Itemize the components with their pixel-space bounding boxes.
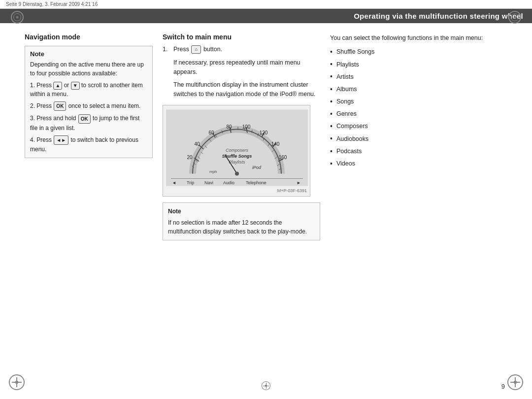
list-item-playlists: Playlists: [330, 58, 512, 70]
note-intro: Depending on the active menu there are u…: [30, 60, 147, 78]
right-intro: You can select the following functions i…: [330, 33, 512, 43]
ok-badge-2: OK: [78, 114, 91, 124]
svg-text:40: 40: [194, 141, 200, 146]
down-arrow-btn: ▼: [71, 82, 80, 90]
svg-text:160: 160: [279, 154, 287, 160]
svg-text:Composers: Composers: [226, 147, 249, 152]
step-4-text: 4. Press ◄► to switch back to previous m…: [30, 135, 147, 154]
step-1-content: Press ⌂ button.: [173, 45, 222, 54]
speedo-svg: 20 40 60 80 100 120 140 160 mph iPod Com…: [166, 108, 308, 187]
back-btn-badge: ◄►: [54, 135, 68, 145]
step-1-para2-text: The multifunction display in the instrum…: [173, 80, 320, 99]
ok-badge-1: OK: [54, 101, 66, 111]
image-ref: M+P-03F-6391: [166, 188, 307, 193]
svg-text:Telephone: Telephone: [246, 180, 266, 185]
svg-text:120: 120: [260, 130, 268, 135]
list-item-composers: Composers: [330, 120, 512, 133]
svg-text:140: 140: [271, 141, 280, 146]
page-number: 9: [501, 383, 505, 390]
svg-text:20: 20: [187, 154, 193, 160]
note-bottom-text: If no selection is made after 12 seconds…: [168, 218, 315, 236]
svg-text:iPod: iPod: [252, 165, 262, 169]
meta-bar: Seite 9 Dienstag, 3. Februar 2009 4:21 1…: [0, 0, 532, 9]
nav-btn-badge: ⌂: [191, 45, 201, 54]
meta-text: Seite 9 Dienstag, 3. Februar 2009 4:21 1…: [6, 1, 98, 7]
svg-text:80: 80: [226, 124, 232, 129]
svg-text:Navi: Navi: [204, 180, 213, 185]
menu-list: Shuffle Songs Playlists Artists Albums S…: [330, 46, 512, 170]
svg-text:100: 100: [242, 124, 251, 129]
list-item-songs: Songs: [330, 96, 512, 108]
list-item-genres: Genres: [330, 108, 512, 120]
note-title-left: Note: [30, 50, 147, 58]
svg-text:►: ►: [297, 180, 301, 185]
speedo-container: 20 40 60 80 100 120 140 160 mph iPod Com…: [163, 105, 310, 197]
up-arrow-btn: ▲: [53, 82, 62, 90]
svg-text:mph: mph: [209, 169, 217, 173]
svg-text:◄: ◄: [172, 180, 176, 185]
list-item-albums: Albums: [330, 83, 512, 96]
note-box-left: Note Depending on the active menu there …: [25, 46, 153, 158]
switch-title: Switch to main menu: [163, 33, 320, 41]
header-title: Operating via the multifunction steering…: [354, 12, 523, 20]
list-item-videos: Videos: [330, 158, 512, 170]
svg-text:Trip: Trip: [187, 180, 194, 185]
right-column: You can select the following functions i…: [330, 33, 512, 240]
note-box-bottom: Note If no selection is made after 12 se…: [163, 202, 320, 240]
step-2-text: 2. Press OK once to select a menu item.: [30, 101, 147, 111]
header-bar: Operating via the multifunction steering…: [0, 9, 532, 23]
list-item-artists: Artists: [330, 70, 512, 83]
step-num-1: 1.: [163, 45, 173, 54]
list-item-podcasts: Podcasts: [330, 145, 512, 158]
svg-text:Playlists: Playlists: [229, 159, 245, 164]
left-column: Navigation mode Note Depending on the ac…: [25, 33, 163, 240]
svg-text:Audio: Audio: [223, 180, 234, 185]
step-1-para1-text: If necessary, press repeatedly until mai…: [173, 58, 320, 77]
middle-column: Switch to main menu 1. Press ⌂ button. I…: [163, 33, 330, 240]
list-item-shuffle: Shuffle Songs: [330, 46, 512, 58]
nav-mode-title: Navigation mode: [25, 33, 153, 41]
svg-text:60: 60: [208, 130, 214, 135]
step-1-para1: If necessary, press repeatedly until mai…: [163, 58, 320, 77]
list-item-audiobooks: Audiobooks: [330, 133, 512, 145]
step-1-para2: The multifunction display in the instrum…: [163, 80, 320, 99]
svg-point-23: [235, 171, 239, 175]
step-3-text: 3. Press and hold OK to jump to the firs…: [30, 114, 147, 132]
note-title-bottom: Note: [168, 207, 315, 216]
step-1-text: 1. Press ▲ or ▼ to scroll to another ite…: [30, 81, 147, 99]
middle-step-1: 1. Press ⌂ button.: [163, 45, 320, 54]
